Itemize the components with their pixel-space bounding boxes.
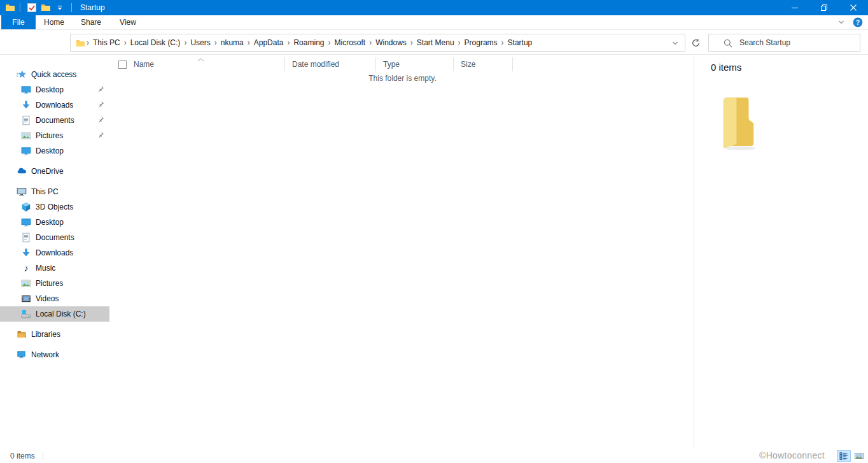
help-icon[interactable]: ? (853, 17, 863, 27)
empty-folder-icon (716, 93, 759, 153)
local-disk-icon (21, 309, 31, 319)
properties-icon[interactable] (25, 1, 38, 14)
quick-access-icon (17, 69, 27, 80)
network-icon (17, 350, 27, 360)
breadcrumb-item-nkuma[interactable]: nkuma (217, 38, 248, 47)
desktop-icon (21, 85, 31, 95)
ribbon-collapse-icon[interactable] (836, 17, 846, 27)
sidebar-item-label: Local Disk (C:) (36, 310, 86, 318)
status-divider (43, 452, 43, 460)
column-header-type[interactable]: Type (375, 57, 453, 71)
libraries-icon (17, 329, 27, 339)
sidebar-item-label: Desktop (36, 85, 64, 94)
breadcrumb-item-appdata[interactable]: AppData (250, 38, 288, 47)
column-header-name[interactable]: Name (111, 57, 284, 71)
content-area: Quick accessDesktopDownloadsDocumentsPic… (0, 55, 868, 449)
tab-share[interactable]: Share (73, 15, 109, 29)
music-icon: ♪ (21, 263, 31, 273)
videos-icon (21, 294, 31, 304)
sidebar-item-label: Pictures (36, 131, 63, 140)
search-box (708, 34, 860, 52)
breadcrumb-item-users[interactable]: Users (186, 38, 214, 47)
navigation-toolbar: › This PC›Local Disk (C:)›Users›nkuma›Ap… (0, 30, 868, 55)
ribbon-tabs: HomeShareView (36, 15, 146, 29)
refresh-icon[interactable] (689, 36, 703, 50)
tab-home[interactable]: Home (36, 15, 73, 29)
breadcrumb-item-roaming[interactable]: Roaming (290, 38, 328, 47)
sidebar-item-network[interactable]: Network (0, 347, 109, 362)
pin-icon (96, 115, 106, 125)
titlebar: Startup (0, 0, 868, 15)
sidebar-item-quick-access[interactable]: Quick access (0, 67, 109, 82)
sidebar-item-label: Downloads (36, 248, 73, 257)
breadcrumb-item-programs[interactable]: Programs (461, 38, 501, 47)
tab-view[interactable]: View (109, 15, 146, 29)
qat-dropdown-icon[interactable] (53, 1, 66, 14)
sidebar-item-pictures[interactable]: Pictures (0, 128, 109, 143)
app-folder-icon (5, 3, 15, 13)
large-icons-view-button[interactable] (852, 450, 866, 462)
sidebar-item-documents[interactable]: Documents (0, 113, 109, 128)
tab-file[interactable]: File (1, 15, 36, 29)
column-label: Name (134, 60, 154, 69)
sidebar-item-videos[interactable]: Videos (0, 291, 109, 306)
sidebar-item-desktop[interactable]: Desktop (0, 143, 109, 159)
search-input[interactable] (709, 34, 860, 51)
sidebar-item-downloads[interactable]: Downloads (0, 97, 109, 113)
explorer-window: Startup File HomeShareView ? › This PC›L… (0, 0, 868, 463)
column-header-size[interactable]: Size (453, 57, 512, 71)
restore-button[interactable] (809, 0, 839, 15)
breadcrumb-item-start-menu[interactable]: Start Menu (413, 38, 458, 47)
column-label: Date modified (292, 60, 339, 69)
sidebar-item-label: OneDrive (31, 167, 64, 176)
documents-icon (21, 115, 31, 125)
sidebar-item-label: Documents (36, 233, 74, 242)
sidebar-item-label: 3D Objects (36, 203, 73, 211)
status-bar: 0 items ©Howtoconnect (0, 449, 868, 463)
downloads-icon (21, 100, 31, 110)
pin-icon (96, 100, 106, 110)
navigation-pane: Quick accessDesktopDownloadsDocumentsPic… (0, 55, 109, 449)
this-pc-icon (17, 187, 27, 197)
sidebar-item-libraries[interactable]: Libraries (0, 327, 109, 342)
breadcrumb-item-microsoft[interactable]: Microsoft (330, 38, 369, 47)
sidebar-item-label: Downloads (36, 101, 73, 110)
downloads-icon (21, 248, 31, 258)
column-label: Type (383, 60, 400, 69)
ribbon-tab-bar: File HomeShareView ? (0, 15, 868, 30)
sidebar-item-documents[interactable]: Documents (0, 230, 109, 245)
file-list: NameDate modifiedTypeSize This folder is… (111, 55, 694, 449)
sidebar-item-desktop[interactable]: Desktop (0, 82, 109, 97)
breadcrumb-item-this-pc[interactable]: This PC (89, 38, 124, 47)
objects-3d-icon (21, 202, 31, 212)
address-bar[interactable]: › This PC›Local Disk (C:)›Users›nkuma›Ap… (70, 34, 685, 52)
sidebar-item-label: Desktop (36, 146, 64, 155)
breadcrumb-item-startup[interactable]: Startup (504, 38, 536, 47)
sidebar-item-label: Pictures (36, 279, 63, 288)
details-view-button[interactable] (837, 450, 851, 462)
sidebar-item-label: This PC (31, 187, 59, 196)
sidebar-item-desktop[interactable]: Desktop (0, 215, 109, 230)
sidebar-item-label: Network (31, 350, 59, 359)
sidebar-item-downloads[interactable]: Downloads (0, 245, 109, 260)
sidebar-item-local-disk-c[interactable]: Local Disk (C:) (0, 306, 109, 322)
documents-icon (21, 232, 31, 243)
pin-icon (96, 85, 106, 95)
sidebar-item-3d-objects[interactable]: 3D Objects (0, 199, 109, 215)
sidebar-item-label: Music (36, 264, 55, 273)
sidebar-item-this-pc[interactable]: This PC (0, 184, 109, 199)
minimize-button[interactable] (780, 0, 809, 15)
new-folder-icon[interactable] (39, 1, 52, 14)
select-all-checkbox[interactable] (118, 61, 127, 69)
address-folder-icon (76, 38, 85, 48)
sidebar-item-label: Videos (36, 294, 59, 303)
breadcrumb-item-windows[interactable]: Windows (372, 38, 410, 47)
sidebar-item-pictures[interactable]: Pictures (0, 276, 109, 291)
sidebar-item-onedrive[interactable]: OneDrive (0, 164, 109, 179)
sidebar-item-music[interactable]: ♪Music (0, 260, 109, 276)
window-controls (780, 0, 868, 15)
breadcrumb-item-local-disk-c[interactable]: Local Disk (C:) (127, 38, 185, 47)
close-button[interactable] (839, 0, 868, 15)
column-header-date-modified[interactable]: Date modified (284, 57, 375, 71)
address-dropdown-icon[interactable] (671, 39, 680, 48)
